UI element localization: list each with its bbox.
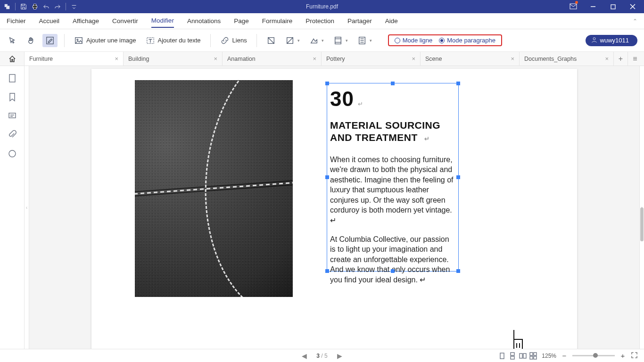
background-icon — [309, 36, 319, 45]
scroll-thumb[interactable] — [640, 207, 644, 241]
crop-tool[interactable] — [264, 34, 279, 47]
resize-handle[interactable] — [325, 269, 329, 273]
tab-anamation[interactable]: Anamation× — [223, 52, 322, 66]
watermark-tool[interactable]: ▾ — [282, 34, 303, 47]
link-icon — [220, 36, 230, 45]
links-label: Liens — [232, 37, 247, 44]
undo-icon[interactable] — [43, 3, 50, 10]
menu-protection[interactable]: Protection — [305, 15, 334, 27]
page-navigator: ◀ 3 / 5 ▶ — [302, 352, 342, 360]
print-icon[interactable] — [32, 3, 38, 10]
close-icon[interactable]: × — [115, 55, 118, 62]
resize-handle[interactable] — [325, 82, 329, 85]
pdf-page: 30↵ MATERIAL SOURCING AND TREATMENT ↵ Wh… — [91, 69, 577, 349]
text-content[interactable]: 30↵ MATERIAL SOURCING AND TREATMENT ↵ Wh… — [327, 83, 458, 296]
mail-icon[interactable] — [564, 0, 583, 13]
text-edit-frame[interactable]: 30↵ MATERIAL SOURCING AND TREATMENT ↵ Wh… — [327, 83, 459, 272]
vertical-scrollbar[interactable] — [639, 66, 644, 349]
two-page-continuous-icon[interactable] — [529, 352, 537, 360]
tab-furniture[interactable]: Furniture× — [25, 52, 124, 66]
close-icon[interactable]: × — [214, 55, 217, 62]
view-mode-icons — [498, 352, 537, 360]
resize-handle[interactable] — [456, 82, 460, 85]
fullscreen-icon[interactable] — [631, 352, 637, 360]
resize-handle[interactable] — [391, 269, 395, 273]
bookmarks-icon[interactable] — [8, 92, 17, 102]
close-icon[interactable]: × — [511, 55, 514, 62]
menu-modifier[interactable]: Modifier — [151, 14, 174, 28]
mode-paragraph-option[interactable]: Mode paragraphe — [439, 37, 495, 44]
continuous-icon[interactable] — [509, 352, 516, 360]
menu-affichage[interactable]: Affichage — [73, 15, 99, 27]
menu-formulaire[interactable]: Formulaire — [262, 15, 293, 27]
zoom-value[interactable]: 125% — [542, 353, 556, 359]
zoom-in-button[interactable]: + — [619, 352, 626, 360]
bates-tool[interactable]: ▾ — [355, 34, 375, 47]
tab-documents-graphs[interactable]: Documents_Graphs× — [520, 52, 614, 66]
mode-line-option[interactable]: Mode ligne — [395, 37, 433, 44]
add-text-button[interactable]: Ajouter du texte — [143, 34, 204, 47]
attachments-icon[interactable] — [8, 130, 17, 140]
select-tool[interactable] — [5, 34, 20, 47]
home-tab[interactable] — [0, 52, 25, 66]
background-tool[interactable]: ▾ — [306, 34, 327, 47]
hand-tool[interactable] — [24, 34, 39, 47]
tab-overflow-button[interactable]: ≡ — [628, 52, 642, 66]
bates-icon — [357, 36, 367, 45]
titlebar: Furniture.pdf — [0, 0, 644, 13]
tab-label: Anamation — [227, 56, 256, 62]
thumbnails-icon[interactable] — [8, 74, 17, 83]
document-canvas[interactable]: 30↵ MATERIAL SOURCING AND TREATMENT ↵ Wh… — [29, 66, 639, 349]
comments-icon[interactable] — [8, 111, 17, 121]
chat-icon[interactable] — [8, 149, 17, 158]
current-page[interactable]: 3 — [316, 353, 320, 359]
close-icon[interactable]: × — [605, 55, 609, 62]
document-tabs: Furniture× Building× Anamation× Pottery×… — [0, 52, 644, 66]
toolbar: Ajouter une image Ajouter du texte Liens… — [0, 29, 644, 52]
add-image-button[interactable]: Ajouter une image — [71, 34, 139, 47]
menu-annotations[interactable]: Annotations — [187, 15, 221, 27]
menu-fichier[interactable]: Fichier — [7, 15, 26, 27]
menu-page[interactable]: Page — [234, 15, 249, 27]
maximize-button[interactable] — [603, 0, 622, 13]
header-footer-tool[interactable]: ▾ — [330, 34, 351, 47]
menu-convertir[interactable]: Convertir — [112, 15, 138, 27]
tab-pottery[interactable]: Pottery× — [322, 52, 421, 66]
close-icon[interactable]: × — [313, 55, 316, 62]
resize-handle[interactable] — [456, 175, 460, 179]
prev-page-button[interactable]: ◀ — [302, 352, 307, 360]
zoom-slider[interactable] — [572, 355, 615, 356]
qat-dropdown-icon[interactable] — [71, 3, 77, 10]
resize-handle[interactable] — [456, 269, 460, 273]
svg-point-19 — [593, 37, 595, 40]
menu-accueil[interactable]: Accueil — [39, 15, 60, 27]
edit-box-icon — [45, 36, 55, 45]
save-icon[interactable] — [20, 3, 27, 10]
zoom-out-button[interactable]: − — [561, 352, 568, 360]
menu-aide[interactable]: Aide — [385, 15, 398, 27]
statusbar: ◀ 3 / 5 ▶ 125% − + — [0, 349, 644, 362]
page-number-heading: 30 — [330, 87, 354, 110]
window-controls — [564, 0, 644, 13]
menu-partager[interactable]: Partager — [347, 15, 372, 27]
tab-scene[interactable]: Scene× — [421, 52, 520, 66]
left-panel-toggle[interactable]: ‹ — [25, 66, 29, 349]
edit-object-tool[interactable] — [42, 34, 58, 47]
resize-handle[interactable] — [391, 82, 395, 85]
next-page-button[interactable]: ▶ — [337, 352, 342, 360]
minimize-button[interactable] — [584, 0, 603, 13]
redo-icon[interactable] — [54, 3, 61, 10]
cursor-icon — [8, 36, 17, 45]
close-button[interactable] — [623, 0, 642, 13]
two-page-icon[interactable] — [519, 352, 527, 360]
collapse-ribbon-icon[interactable]: ⌃ — [633, 18, 637, 25]
user-account-button[interactable]: wuwy1011 — [586, 35, 637, 46]
links-button[interactable]: Liens — [217, 34, 250, 47]
new-tab-button[interactable]: + — [614, 52, 628, 66]
single-page-icon[interactable] — [498, 352, 506, 360]
tab-building[interactable]: Building× — [124, 52, 223, 66]
svg-rect-31 — [530, 353, 533, 355]
tab-label: Scene — [425, 56, 442, 62]
resize-handle[interactable] — [325, 175, 329, 179]
close-icon[interactable]: × — [412, 55, 415, 62]
